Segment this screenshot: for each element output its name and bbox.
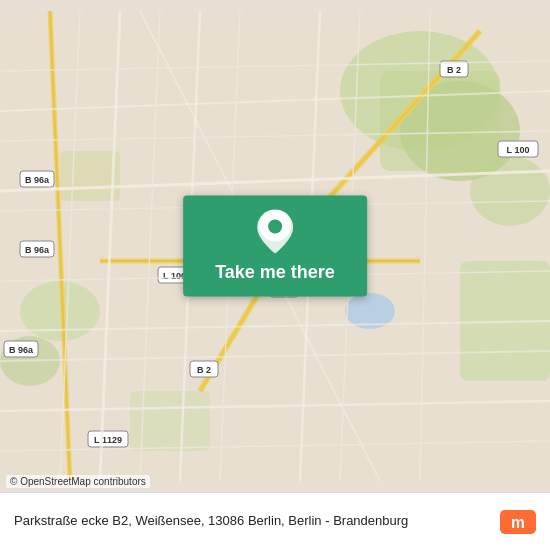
svg-text:L 100: L 100: [507, 145, 530, 155]
app: B 2 B 2 B 2 L 1004 B 96a B 96a: [0, 0, 550, 550]
address-text: Parkstraße ecke B2, Weißensee, 13086 Ber…: [14, 512, 490, 530]
svg-text:B 96a: B 96a: [25, 245, 50, 255]
svg-point-57: [268, 220, 282, 234]
moovit-logo: m: [500, 504, 536, 540]
svg-text:B 2: B 2: [447, 65, 461, 75]
svg-point-7: [470, 156, 550, 226]
cta-overlay: Take me there: [183, 196, 367, 297]
bottom-bar: Parkstraße ecke B2, Weißensee, 13086 Ber…: [0, 492, 550, 550]
svg-text:B 96a: B 96a: [25, 175, 50, 185]
svg-text:L 1129: L 1129: [94, 435, 122, 445]
map-attribution: © OpenStreetMap contributors: [6, 475, 150, 488]
svg-text:B 2: B 2: [197, 365, 211, 375]
map-container: B 2 B 2 B 2 L 1004 B 96a B 96a: [0, 0, 550, 492]
svg-text:m: m: [511, 513, 525, 530]
moovit-logo-icon: m: [500, 504, 536, 540]
location-pin-icon: [257, 210, 293, 254]
take-me-there-button[interactable]: Take me there: [183, 196, 367, 297]
svg-text:B 96a: B 96a: [9, 345, 34, 355]
cta-label: Take me there: [215, 262, 335, 283]
attribution-text: © OpenStreetMap contributors: [10, 476, 146, 487]
